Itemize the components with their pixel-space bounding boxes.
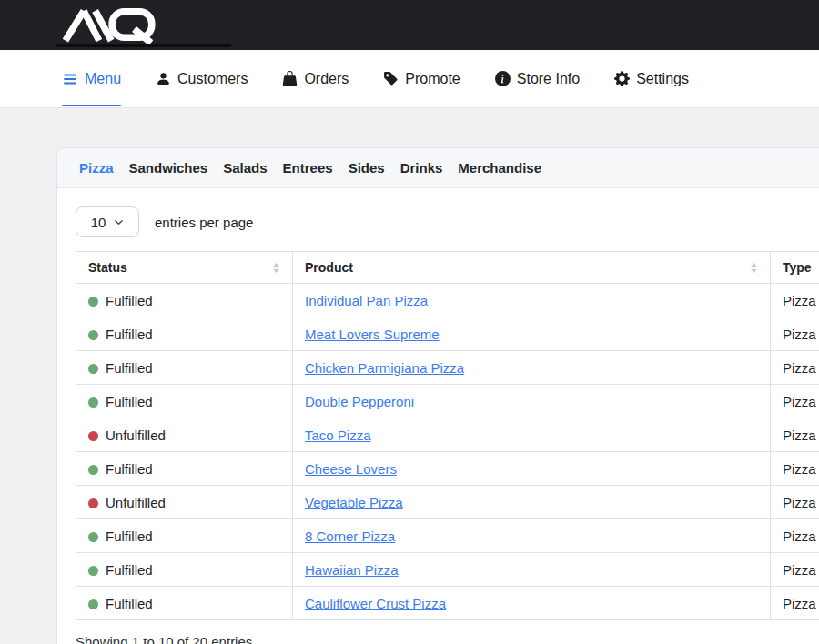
nav-item-store-info[interactable]: Store Info — [495, 71, 580, 87]
type-cell: Pizza — [771, 486, 819, 519]
sort-arrows-icon — [750, 263, 758, 273]
type-cell: Pizza — [771, 553, 819, 587]
type-cell: Pizza — [771, 587, 819, 620]
hamburger-icon — [62, 72, 78, 86]
tab-salads[interactable]: Salads — [223, 160, 267, 176]
status-dot — [88, 599, 98, 609]
logo-underline-bar — [56, 44, 231, 47]
product-cell: Cauliflower Crust Pizza — [293, 587, 771, 620]
column-header-type[interactable]: Type — [771, 252, 819, 284]
product-link[interactable]: Double Pepperoni — [305, 394, 414, 409]
product-link[interactable]: Vegetable Pizza — [305, 495, 403, 510]
nav-item-orders[interactable]: Orders — [282, 71, 349, 87]
status-dot — [88, 465, 98, 475]
status-dot — [88, 566, 98, 576]
tab-sandwiches[interactable]: Sandwiches — [129, 160, 208, 176]
status-cell: Fulfilled — [76, 587, 293, 620]
tab-drinks[interactable]: Drinks — [400, 160, 443, 176]
nav-item-settings[interactable]: Settings — [614, 71, 689, 87]
type-cell: Pizza — [771, 452, 819, 486]
menu-card: Pizza Sandwiches Salads Entrees Sides Dr… — [56, 147, 819, 644]
nav-item-menu[interactable]: Menu — [62, 71, 121, 87]
top-app-bar — [0, 0, 819, 50]
status-cell: Fulfilled — [76, 519, 293, 553]
aiq-logo — [60, 5, 159, 44]
table-header-row: Status Product Type — [76, 252, 819, 284]
person-icon — [156, 71, 171, 86]
table-row: Fulfilled Cauliflower Crust Pizza Pizza — [76, 587, 819, 620]
status-label: Fulfilled — [106, 327, 153, 342]
status-label: Fulfilled — [106, 596, 153, 611]
nav-item-label: Settings — [636, 71, 689, 87]
table-row: Fulfilled Chicken Parmigiana Pizza Pizza — [76, 351, 819, 385]
page-size-label: entries per page — [155, 215, 253, 230]
table-row: Fulfilled Cheese Lovers Pizza — [76, 452, 819, 486]
product-link[interactable]: Individual Pan Pizza — [305, 293, 428, 308]
product-link[interactable]: Chicken Parmigiana Pizza — [305, 360, 464, 376]
status-label: Unfulfilled — [106, 428, 166, 443]
nav-item-label: Orders — [304, 71, 349, 87]
status-cell: Unfulfilled — [76, 418, 293, 452]
status-cell: Fulfilled — [76, 452, 293, 486]
status-dot — [88, 297, 98, 307]
product-link[interactable]: Cheese Lovers — [305, 461, 397, 477]
page-size-value: 10 — [91, 215, 106, 230]
status-label: Unfulfilled — [106, 495, 166, 510]
status-label: Fulfilled — [106, 461, 153, 477]
page-size-select[interactable]: 10 — [76, 206, 139, 237]
product-cell: Meat Lovers Supreme — [293, 317, 771, 351]
column-label: Type — [783, 260, 812, 275]
tab-merchandise[interactable]: Merchandise — [458, 160, 541, 176]
table-row: Fulfilled 8 Corner Pizza Pizza — [76, 519, 819, 553]
type-cell: Pizza — [771, 519, 819, 553]
card-body: 10 entries per page Status Product — [57, 188, 819, 644]
status-label: Fulfilled — [106, 293, 153, 308]
bag-icon — [282, 71, 298, 86]
product-cell: Cheese Lovers — [293, 452, 771, 486]
status-label: Fulfilled — [106, 360, 153, 376]
status-dot — [88, 498, 98, 508]
column-header-status[interactable]: Status — [76, 252, 293, 284]
nav-item-label: Promote — [405, 71, 460, 87]
entries-summary: Showing 1 to 10 of 20 entries — [76, 634, 819, 644]
product-link[interactable]: Hawaiian Pizza — [305, 562, 399, 578]
nav-item-label: Store Info — [517, 71, 580, 87]
column-label: Status — [88, 260, 127, 275]
nav-item-label: Customers — [177, 71, 248, 87]
product-link[interactable]: Cauliflower Crust Pizza — [305, 596, 446, 611]
sort-arrows-icon — [272, 263, 280, 273]
table-row: Fulfilled Double Pepperoni Pizza — [76, 385, 819, 418]
category-tabs: Pizza Sandwiches Salads Entrees Sides Dr… — [57, 148, 819, 188]
table-row: Fulfilled Meat Lovers Supreme Pizza — [76, 317, 819, 351]
gear-icon — [614, 71, 630, 86]
column-label: Product — [305, 260, 353, 275]
product-cell: Vegetable Pizza — [293, 486, 771, 519]
tab-pizza[interactable]: Pizza — [79, 160, 114, 176]
status-cell: Fulfilled — [76, 351, 293, 385]
chevron-down-icon — [114, 217, 124, 227]
page-size-control: 10 entries per page — [76, 206, 819, 237]
product-link[interactable]: 8 Corner Pizza — [305, 528, 395, 544]
product-link[interactable]: Meat Lovers Supreme — [305, 327, 440, 342]
product-link[interactable]: Taco Pizza — [305, 428, 371, 443]
tab-sides[interactable]: Sides — [349, 160, 385, 176]
nav-item-label: Menu — [85, 71, 121, 87]
type-cell: Pizza — [771, 351, 819, 385]
type-cell: Pizza — [771, 317, 819, 351]
product-cell: Taco Pizza — [293, 418, 771, 452]
tab-entrees[interactable]: Entrees — [283, 160, 333, 176]
status-cell: Fulfilled — [76, 284, 293, 317]
status-cell: Unfulfilled — [76, 486, 293, 519]
status-dot — [88, 330, 98, 340]
column-header-product[interactable]: Product — [293, 252, 771, 284]
status-label: Fulfilled — [106, 562, 153, 578]
table-row: Unfulfilled Vegetable Pizza Pizza — [76, 486, 819, 519]
primary-nav: Menu Customers Orders Promote Store Info… — [0, 50, 819, 108]
type-cell: Pizza — [771, 284, 819, 317]
nav-item-customers[interactable]: Customers — [156, 71, 248, 87]
nav-item-promote[interactable]: Promote — [383, 71, 460, 87]
type-cell: Pizza — [771, 385, 819, 418]
products-table: Status Product Type Fulfi — [76, 251, 819, 620]
status-cell: Fulfilled — [76, 385, 293, 418]
status-cell: Fulfilled — [76, 553, 293, 587]
